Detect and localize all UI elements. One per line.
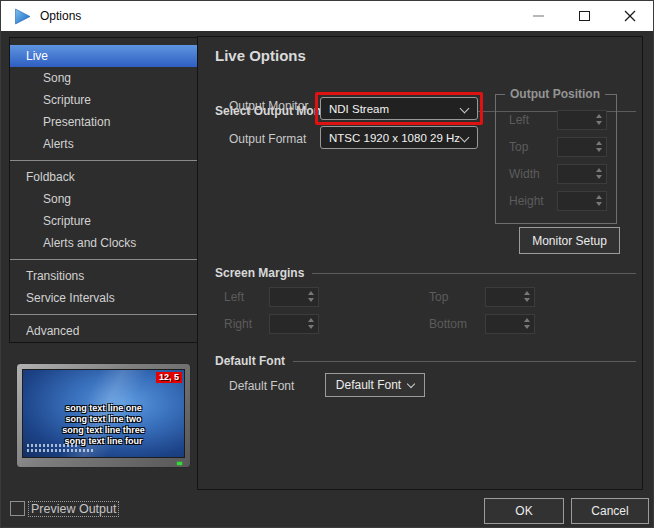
spinner-down-icon bbox=[596, 148, 602, 152]
sidebar-item-foldback[interactable]: Foldback bbox=[10, 166, 197, 188]
window-title: Options bbox=[40, 9, 81, 23]
number-spinner bbox=[269, 314, 319, 334]
sidebar-item-scripture[interactable]: Scripture bbox=[10, 210, 197, 232]
preview-info-text-line bbox=[27, 444, 77, 447]
sidebar-item-song[interactable]: Song bbox=[10, 67, 197, 89]
sidebar-item-presentation[interactable]: Presentation bbox=[10, 111, 197, 133]
screen-margin-row: Bottom bbox=[429, 313, 535, 334]
cancel-button[interactable]: Cancel bbox=[571, 498, 649, 524]
field-label: Right bbox=[224, 317, 269, 331]
group-label: Default Font bbox=[215, 354, 285, 368]
default-font-value: Default Font bbox=[336, 378, 401, 392]
app-icon bbox=[14, 8, 31, 25]
output-position-row: Width bbox=[509, 163, 607, 184]
spinner-up-icon bbox=[596, 168, 602, 172]
spinner-arrows bbox=[308, 318, 314, 329]
field-label: Top bbox=[509, 140, 528, 154]
spinner-down-icon bbox=[596, 121, 602, 125]
output-position-row: Height bbox=[509, 190, 607, 211]
output-format-value: NTSC 1920 x 1080 29 Hz bbox=[329, 132, 460, 144]
ok-button[interactable]: OK bbox=[484, 498, 564, 524]
options-dialog: Options Live Options Select Output Monit… bbox=[0, 0, 654, 528]
screen-margins-group-header: Screen Margins bbox=[215, 266, 636, 280]
maximize-button[interactable] bbox=[561, 1, 607, 31]
spinner-up-icon bbox=[596, 114, 602, 118]
spinner-down-icon bbox=[308, 325, 314, 329]
minimize-icon bbox=[533, 15, 544, 17]
spinner-down-icon bbox=[524, 298, 530, 302]
sidebar-item-scripture[interactable]: Scripture bbox=[10, 89, 197, 111]
spinner-arrows bbox=[596, 114, 602, 125]
default-font-dropdown[interactable]: Default Font bbox=[325, 373, 425, 397]
monitor-setup-button[interactable]: Monitor Setup bbox=[519, 227, 620, 254]
screen-margin-row: Right bbox=[224, 313, 319, 334]
group-label: Screen Margins bbox=[215, 266, 304, 280]
preview-monitor: 12, 5 song text line onesong text line t… bbox=[16, 363, 191, 468]
preview-badge: 12, 5 bbox=[156, 372, 182, 383]
output-position-group-label: Output Position bbox=[505, 87, 605, 101]
spinner-arrows bbox=[524, 318, 530, 329]
spinner-up-icon bbox=[524, 291, 530, 295]
number-spinner bbox=[557, 110, 607, 130]
sidebar-item-live[interactable]: Live bbox=[10, 45, 197, 67]
spinner-up-icon bbox=[308, 291, 314, 295]
sidebar-item-service-intervals[interactable]: Service Intervals bbox=[10, 287, 197, 309]
number-spinner bbox=[557, 164, 607, 184]
output-monitor-dropdown[interactable]: NDI Stream bbox=[320, 97, 478, 120]
sidebar-item-song[interactable]: Song bbox=[10, 188, 197, 210]
sidebar-item-alerts[interactable]: Alerts bbox=[10, 133, 197, 155]
output-format-dropdown[interactable]: NTSC 1920 x 1080 29 Hz bbox=[320, 126, 478, 149]
screen-margin-row: Top bbox=[429, 286, 535, 307]
group-divider-line bbox=[293, 361, 636, 362]
screen-margin-row: Left bbox=[224, 286, 319, 307]
spinner-down-icon bbox=[596, 175, 602, 179]
spinner-down-icon bbox=[596, 202, 602, 206]
output-monitor-value: NDI Stream bbox=[329, 103, 389, 115]
output-position-group: Output Position LeftTopWidthHeight bbox=[495, 94, 617, 224]
red-highlight-box: NDI Stream bbox=[315, 92, 483, 125]
default-font-group-header: Default Font bbox=[215, 354, 636, 368]
spinner-up-icon bbox=[596, 141, 602, 145]
monitor-power-led bbox=[177, 462, 182, 465]
spinner-arrows bbox=[596, 195, 602, 206]
output-monitor-label: Output Monitor bbox=[229, 99, 308, 113]
preview-song-line: song text line three bbox=[23, 425, 184, 436]
output-format-label: Output Format bbox=[229, 132, 306, 146]
minimize-button[interactable] bbox=[515, 1, 561, 31]
number-spinner bbox=[557, 137, 607, 157]
spinner-down-icon bbox=[308, 298, 314, 302]
screen-margins-left-column: LeftRight bbox=[224, 286, 319, 340]
field-label: Top bbox=[429, 290, 485, 304]
live-options-panel: Live Options Select Output Monitor Outpu… bbox=[197, 36, 643, 490]
chevron-down-icon bbox=[460, 104, 470, 114]
preview-output-checkbox[interactable] bbox=[10, 501, 25, 516]
sidebar-item-advanced[interactable]: Advanced bbox=[10, 320, 197, 342]
default-font-label: Default Font bbox=[229, 379, 294, 393]
maximize-icon bbox=[579, 11, 590, 21]
spinner-arrows bbox=[524, 291, 530, 302]
preview-output-label[interactable]: Preview Output bbox=[29, 502, 118, 516]
spinner-down-icon bbox=[524, 325, 530, 329]
spinner-up-icon bbox=[308, 318, 314, 322]
preview-output-row[interactable]: Preview Output bbox=[10, 501, 118, 516]
spinner-up-icon bbox=[596, 195, 602, 199]
output-position-row: Left bbox=[509, 109, 607, 130]
number-spinner bbox=[269, 287, 319, 307]
output-position-fields: LeftTopWidthHeight bbox=[496, 109, 616, 211]
close-button[interactable] bbox=[607, 1, 653, 31]
sidebar-item-alerts-and-clocks[interactable]: Alerts and Clocks bbox=[10, 232, 197, 254]
sidebar-item-transitions[interactable]: Transitions bbox=[10, 265, 197, 287]
group-divider-line bbox=[312, 273, 636, 274]
caption-buttons bbox=[515, 1, 653, 31]
sidebar-divider bbox=[10, 314, 197, 315]
field-label: Left bbox=[224, 290, 269, 304]
number-spinner bbox=[485, 314, 535, 334]
preview-screen: 12, 5 song text line onesong text line t… bbox=[22, 369, 185, 458]
field-label: Bottom bbox=[429, 317, 485, 331]
chevron-down-icon bbox=[460, 133, 470, 143]
field-label: Height bbox=[509, 194, 544, 208]
title-bar: Options bbox=[1, 1, 653, 31]
output-position-row: Top bbox=[509, 136, 607, 157]
field-label: Width bbox=[509, 167, 540, 181]
page-title: Live Options bbox=[215, 47, 306, 64]
